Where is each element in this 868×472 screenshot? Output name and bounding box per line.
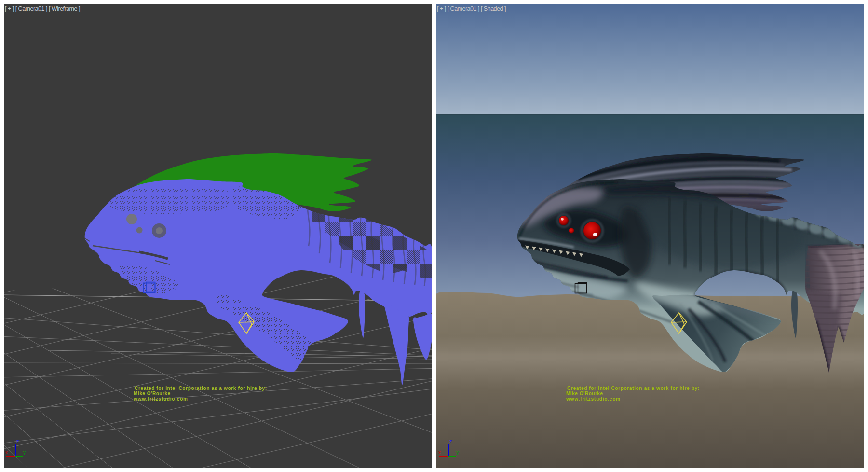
svg-text:[ + ] [ Camera01 ] [ Shaded ]: [ + ] [ Camera01 ] [ Shaded ] — [437, 5, 506, 12]
svg-text:z: z — [16, 438, 19, 444]
svg-text:x: x — [438, 450, 441, 455]
svg-text:x: x — [5, 450, 8, 455]
svg-text:[ + ] [ Camera01 ] [ Wireframe: [ + ] [ Camera01 ] [ Wireframe ] — [5, 5, 80, 12]
svg-text:Created for Intel Corporation: Created for Intel Corporation as a work … — [135, 386, 267, 391]
svg-text:www.fritzstudio.com: www.fritzstudio.com — [133, 396, 188, 402]
svg-text:y: y — [23, 450, 26, 455]
svg-text:y: y — [456, 450, 459, 455]
svg-text:z: z — [449, 438, 452, 444]
svg-text:www.fritzstudio.com: www.fritzstudio.com — [566, 396, 620, 402]
svg-text:Mike O'Rourke: Mike O'Rourke — [566, 391, 603, 396]
svg-text:Mike O'Rourke: Mike O'Rourke — [134, 391, 170, 396]
svg-text:Created for Intel Corporation: Created for Intel Corporation as a work … — [567, 386, 699, 391]
